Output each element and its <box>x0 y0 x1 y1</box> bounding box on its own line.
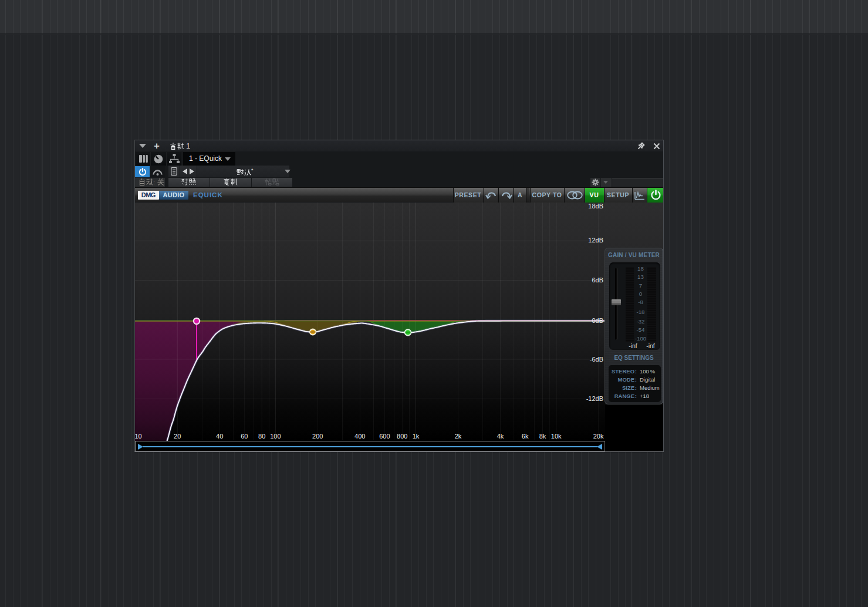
svg-text:800: 800 <box>397 433 407 440</box>
svg-text:6k: 6k <box>522 433 529 440</box>
svg-text:12dB: 12dB <box>588 237 603 244</box>
svg-text:80: 80 <box>258 433 265 440</box>
svg-text:100: 100 <box>270 433 281 440</box>
svg-text:10k: 10k <box>551 433 562 440</box>
svg-text:6dB: 6dB <box>592 276 603 284</box>
svg-text:-12dB: -12dB <box>586 395 603 402</box>
svg-text:40: 40 <box>216 433 223 440</box>
svg-text:200: 200 <box>312 433 323 440</box>
svg-text:20k: 20k <box>593 433 604 440</box>
svg-text:1k: 1k <box>413 433 420 440</box>
svg-text:4k: 4k <box>497 433 504 440</box>
svg-text:8k: 8k <box>539 433 546 440</box>
svg-text:600: 600 <box>379 433 390 440</box>
svg-text:60: 60 <box>241 433 248 440</box>
svg-text:18dB: 18dB <box>588 203 603 210</box>
svg-text:-6dB: -6dB <box>590 356 603 363</box>
svg-text:2k: 2k <box>455 433 462 440</box>
svg-text:10: 10 <box>135 433 142 440</box>
svg-text:20: 20 <box>174 433 181 440</box>
svg-text:400: 400 <box>354 433 365 440</box>
